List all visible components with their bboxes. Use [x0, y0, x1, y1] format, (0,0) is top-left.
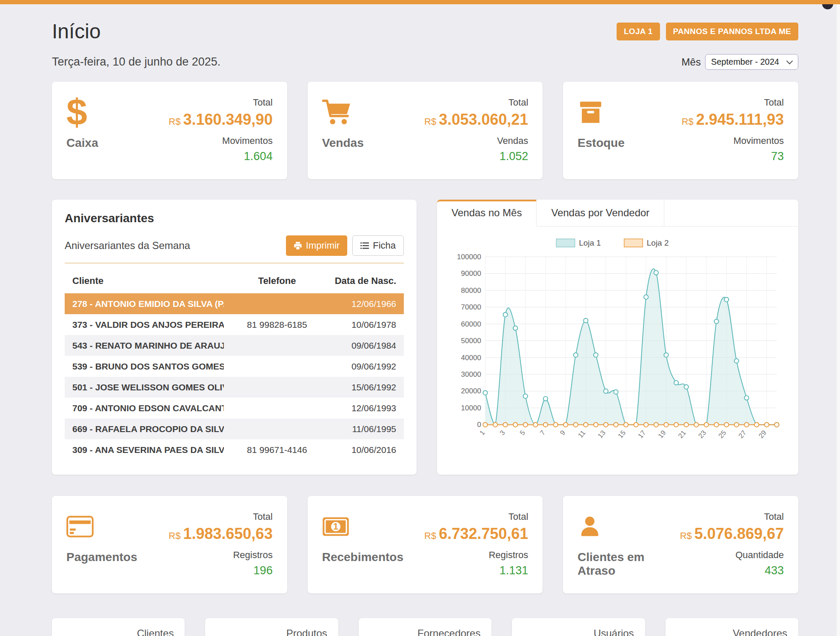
count-value: 1.131: [424, 564, 528, 577]
svg-text:80000: 80000: [461, 286, 481, 295]
tab-vendas-no-mes[interactable]: Vendas no Mês: [437, 200, 537, 226]
count-label: Registros: [169, 550, 272, 561]
clientes-atraso-card: Clientes em Atraso Total R$5.076.869,67 …: [563, 496, 798, 593]
svg-text:21: 21: [677, 429, 687, 439]
birthday-phone: 81 99671-4146: [224, 445, 330, 455]
total-label: Total: [680, 511, 784, 522]
total-value: 3.053.060,21: [439, 111, 528, 128]
ficha-button-label: Ficha: [373, 240, 396, 251]
birthday-client: 669 - RAFAELA PROCOPIO DA SILVA CA...: [72, 424, 224, 434]
count-value: 73: [682, 150, 784, 163]
stat-label: Vendas: [322, 136, 364, 150]
birthday-row[interactable]: 278 - ANTONIO EMIDIO DA SILVA (PALE... 1…: [65, 293, 404, 314]
summary-card-label: Clientes: [137, 627, 174, 636]
svg-text:3: 3: [498, 429, 506, 436]
svg-text:19: 19: [656, 429, 667, 439]
printer-icon: [294, 241, 302, 250]
recebimentos-card: 1 Recebimentos Total R$6.732.750,61 Regi…: [308, 496, 543, 593]
date-row: Terça-feira, 10 de junho de 2025. Mês Se…: [52, 54, 798, 70]
month-select[interactable]: September - 2024: [705, 54, 798, 70]
scrollbar[interactable]: [837, 4, 840, 636]
print-button[interactable]: Imprimir: [286, 235, 347, 256]
cart-icon: [322, 99, 351, 126]
summary-card-label: Vendedores: [733, 627, 787, 636]
chevron-down-icon: [786, 58, 793, 65]
page-title: Início: [52, 20, 101, 43]
svg-text:20000: 20000: [461, 387, 481, 395]
total-label: Total: [682, 97, 784, 108]
count-label: Vendas: [424, 135, 528, 146]
summary-card-usuários[interactable]: Usuários: [512, 618, 645, 636]
currency-prefix: R$: [682, 116, 694, 127]
stat-label: Pagamentos: [66, 550, 137, 564]
birthday-row[interactable]: 709 - ANTONIO EDSON CAVALCANTE D... 12/0…: [65, 398, 404, 418]
dashboard-page: Início LOJA 1 PANNOS E PANNOS LTDA ME Te…: [0, 0, 840, 636]
store-button[interactable]: LOJA 1: [617, 23, 660, 40]
summary-card-label: Usuários: [594, 627, 634, 636]
birthday-row[interactable]: 669 - RAFAELA PROCOPIO DA SILVA CA... 11…: [65, 418, 404, 439]
birthday-date: 10/06/2016: [330, 445, 396, 455]
svg-text:29: 29: [757, 429, 768, 439]
currency-prefix: R$: [169, 116, 180, 127]
vendas-card: Vendas Total R$3.053.060,21 Vendas 1.052: [308, 82, 543, 179]
birthday-row[interactable]: 501 - JOSE WELISSON GOMES OLIVEIR... 15/…: [65, 377, 404, 398]
list-icon: [360, 242, 369, 249]
summary-card-label: Produtos: [286, 627, 327, 636]
birthday-client: 309 - ANA SEVERINA PAES DA SILVA: [72, 445, 224, 455]
month-label: Mês: [682, 56, 701, 68]
count-value: 196: [169, 564, 272, 577]
currency-prefix: R$: [680, 530, 692, 541]
svg-text:90000: 90000: [461, 269, 481, 278]
svg-text:10000: 10000: [461, 404, 481, 412]
svg-text:27: 27: [737, 429, 747, 439]
sales-month-chart: 0100002000030000400005000060000700008000…: [448, 233, 787, 451]
summary-card-vendedores[interactable]: Vendedores: [666, 618, 798, 636]
birthday-date: 15/06/1992: [330, 382, 396, 392]
print-button-label: Imprimir: [306, 240, 340, 251]
svg-text:70000: 70000: [461, 303, 481, 311]
birthday-row[interactable]: 539 - BRUNO DOS SANTOS GOMES 09/06/1992: [65, 356, 404, 377]
summary-card-fornecedores[interactable]: Fornecedores: [359, 618, 491, 636]
birthday-row[interactable]: 373 - VALDIR DOS ANJOS PEREIRA (AN... 81…: [65, 314, 404, 335]
ficha-button[interactable]: Ficha: [352, 235, 404, 256]
svg-text:5: 5: [518, 429, 527, 436]
total-value: 5.076.869,67: [694, 525, 784, 542]
birthdays-table-body: 278 - ANTONIO EMIDIO DA SILVA (PALE... 1…: [65, 293, 404, 460]
birthday-phone: 81 99828-6185: [224, 320, 330, 330]
column-header-telefone: Telefone: [224, 275, 330, 286]
company-button[interactable]: PANNOS E PANNOS LTDA ME: [666, 23, 798, 40]
person-icon: [577, 514, 602, 539]
box-icon: [577, 99, 604, 126]
chart-tab-bar: Vendas no Mês Vendas por Vendedor: [437, 200, 798, 226]
birthday-date: 12/06/1993: [330, 403, 396, 413]
sales-chart-card: Vendas no Mês Vendas por Vendedor 010000…: [437, 200, 798, 475]
birthdays-table: Cliente Telefone Data de Nasc. 278 - ANT…: [65, 275, 404, 460]
estoque-card: Estoque Total R$2.945.111,93 Movimentos …: [563, 82, 798, 179]
total-label: Total: [424, 97, 528, 108]
birthday-client: 709 - ANTONIO EDSON CAVALCANTE D...: [72, 403, 224, 413]
birthdays-subtitle: Aniversariantes da Semana: [65, 240, 190, 252]
month-picker: Mês September - 2024: [682, 54, 798, 70]
currency-prefix: R$: [169, 530, 180, 541]
svg-text:50000: 50000: [461, 337, 481, 345]
summary-card-produtos[interactable]: Produtos: [205, 618, 338, 636]
birthday-row[interactable]: 543 - RENATO MARINHO DE ARAUJO (F... 09/…: [65, 335, 404, 356]
total-value: 6.732.750,61: [439, 525, 528, 542]
svg-text:23: 23: [697, 429, 707, 439]
tab-vendas-por-vendedor[interactable]: Vendas por Vendedor: [537, 200, 664, 226]
header: Início LOJA 1 PANNOS E PANNOS LTDA ME: [52, 20, 798, 43]
svg-text:Loja 1: Loja 1: [579, 238, 601, 247]
summary-card-clientes[interactable]: Clientes: [52, 618, 185, 636]
stat-label: Estoque: [577, 136, 624, 150]
total-label: Total: [424, 511, 528, 522]
svg-text:13: 13: [596, 429, 607, 439]
column-header-cliente: Cliente: [72, 275, 224, 286]
svg-text:15: 15: [616, 429, 627, 439]
birthday-client: 543 - RENATO MARINHO DE ARAUJO (F...: [72, 341, 224, 351]
svg-text:17: 17: [636, 429, 647, 439]
svg-text:9: 9: [558, 429, 567, 436]
birthdays-title: Aniversariantes: [65, 212, 404, 225]
total-label: Total: [169, 97, 272, 108]
birthday-client: 501 - JOSE WELISSON GOMES OLIVEIR...: [72, 382, 224, 392]
birthday-row[interactable]: 309 - ANA SEVERINA PAES DA SILVA 81 9967…: [65, 439, 404, 460]
